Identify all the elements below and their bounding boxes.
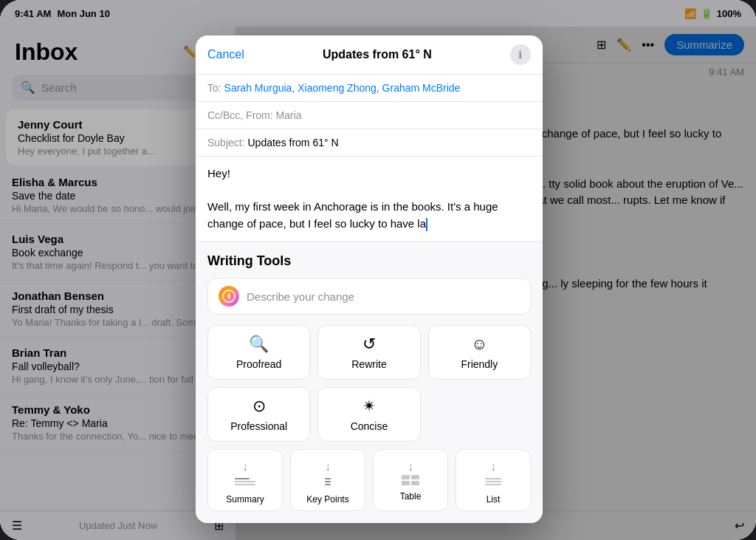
list-arrow-icon: ↓ <box>490 460 496 474</box>
writing-tools-panel: Writing Tools Describe your change 🔍 Pro… <box>196 241 543 523</box>
key-points-arrow-icon: ↓ <box>325 460 331 474</box>
list-line2 <box>485 481 501 482</box>
bullet1 <box>325 478 331 479</box>
proofread-label: Proofread <box>236 358 281 370</box>
table-arrow-icon: ↓ <box>408 460 413 474</box>
writing-tools-title: Writing Tools <box>207 253 531 269</box>
professional-button[interactable]: ⊙ Professional <box>207 387 310 442</box>
cell2 <box>411 475 419 479</box>
ipad-frame: 9:41 AM Mon Jun 10 📶 🔋 100% Inbox ✏️ •••… <box>0 0 756 540</box>
apple-intelligence-icon <box>219 286 239 307</box>
summary-arrow-icon: ↓ <box>242 460 248 474</box>
modal-subject-field[interactable]: Subject: Updates from 61° N <box>196 129 543 157</box>
friendly-label: Friendly <box>461 358 498 370</box>
table-button[interactable]: ↓ Table <box>373 449 448 511</box>
list-button[interactable]: ↓ List <box>456 449 531 511</box>
subject-value: Updates from 61° N <box>247 137 338 148</box>
cell4 <box>411 481 419 485</box>
ai-logo-icon <box>222 290 236 303</box>
summary-label: Summary <box>226 494 264 505</box>
key-points-label: Key Points <box>306 494 348 505</box>
concise-button[interactable]: ✴ Concise <box>317 387 420 442</box>
bullet3 <box>325 484 331 485</box>
modal-header: Cancel Updates from 61° N ℹ <box>196 35 543 75</box>
to-recipients: Sarah Murguia, Xiaomeng Zhong, Graham Mc… <box>224 82 461 94</box>
key-points-icon-area: ↓ <box>325 457 331 491</box>
cancel-button[interactable]: Cancel <box>207 48 244 61</box>
describe-input[interactable]: Describe your change <box>207 278 531 315</box>
list-icon-area: ↓ <box>485 457 501 491</box>
info-button[interactable]: ℹ <box>510 44 531 65</box>
line1 <box>235 478 250 479</box>
proofread-button[interactable]: 🔍 Proofread <box>207 325 310 380</box>
list-line3 <box>485 484 501 485</box>
subject-label: Subject: <box>207 137 245 148</box>
modal-to-field[interactable]: To: Sarah Murguia, Xiaomeng Zhong, Graha… <box>196 75 543 102</box>
friendly-button[interactable]: ☺ Friendly <box>428 325 531 380</box>
rewrite-icon: ↺ <box>362 335 376 354</box>
list-label: List <box>487 494 501 505</box>
table-label: Table <box>400 491 422 502</box>
list-doc-lines <box>485 475 501 488</box>
bullet2 <box>325 481 331 482</box>
line2 <box>235 481 255 482</box>
to-label: To: <box>207 82 221 94</box>
cell1 <box>402 475 410 479</box>
key-points-button[interactable]: ↓ Key Points <box>290 449 365 511</box>
summary-icon-area: ↓ <box>235 457 255 491</box>
proofread-icon: 🔍 <box>249 335 269 354</box>
compose-writing-modal: Cancel Updates from 61° N ℹ To: Sarah Mu… <box>196 35 543 523</box>
describe-placeholder: Describe your change <box>247 290 354 303</box>
modal-body[interactable]: Hey! Well, my first week in Anchorage is… <box>196 157 543 241</box>
rewrite-label: Rewrite <box>351 358 386 370</box>
professional-icon: ⊙ <box>252 397 266 416</box>
compose-body-text: Hey! <box>207 165 531 182</box>
concise-icon: ✴ <box>362 397 376 416</box>
table-grid-icon <box>402 475 419 485</box>
summary-button[interactable]: ↓ Summary <box>207 449 283 511</box>
line3 <box>235 484 255 485</box>
compose-body-paragraph: Well, my first week in Anchorage is in t… <box>207 199 531 232</box>
modal-title: Updates from 61° N <box>323 48 432 61</box>
cell3 <box>402 481 410 485</box>
concise-label: Concise <box>351 420 388 432</box>
professional-label: Professional <box>230 420 287 432</box>
rewrite-button[interactable]: ↺ Rewrite <box>317 325 420 380</box>
summary-doc-lines <box>235 475 255 488</box>
format-tools: ↓ Summary ↓ <box>207 449 531 511</box>
tools-grid: 🔍 Proofread ↺ Rewrite ☺ Friendly ⊙ Profe… <box>207 325 531 442</box>
key-points-doc-lines <box>325 475 331 488</box>
modal-cc-field[interactable]: Cc/Bcc, From: Maria <box>196 102 543 129</box>
table-icon-area: ↓ <box>402 457 419 488</box>
friendly-icon: ☺ <box>471 335 487 354</box>
list-line1 <box>485 478 501 479</box>
